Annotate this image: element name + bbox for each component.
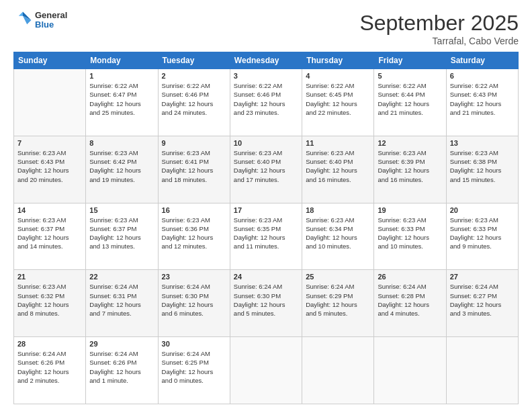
table-row: 4Sunrise: 6:22 AMSunset: 6:45 PMDaylight… [302,69,374,136]
page: General Blue September 2025 Tarrafal, Ca… [0,0,532,411]
day-info: Sunrise: 6:22 AMSunset: 6:46 PMDaylight:… [162,81,226,117]
day-number: 22 [89,273,154,281]
table-row: 17Sunrise: 6:23 AMSunset: 6:35 PMDayligh… [230,203,302,270]
day-number: 20 [450,206,515,214]
day-number: 28 [17,340,82,348]
logo-text: General Blue [35,11,67,30]
day-info: Sunrise: 6:23 AMSunset: 6:39 PMDaylight:… [378,148,442,184]
table-row: 19Sunrise: 6:23 AMSunset: 6:33 PMDayligh… [374,203,446,270]
table-row: 15Sunrise: 6:23 AMSunset: 6:37 PMDayligh… [86,203,158,270]
day-number: 13 [450,139,515,147]
day-number: 25 [306,273,370,281]
day-info: Sunrise: 6:24 AMSunset: 6:29 PMDaylight:… [306,282,370,318]
table-row: 22Sunrise: 6:24 AMSunset: 6:31 PMDayligh… [86,270,158,337]
table-row: 14Sunrise: 6:23 AMSunset: 6:37 PMDayligh… [14,203,86,270]
day-info: Sunrise: 6:24 AMSunset: 6:27 PMDaylight:… [450,282,515,318]
day-number: 16 [162,206,226,214]
table-row: 10Sunrise: 6:23 AMSunset: 6:40 PMDayligh… [230,136,302,203]
col-saturday: Saturday [446,52,518,69]
calendar-week-row: 1Sunrise: 6:22 AMSunset: 6:47 PMDaylight… [14,69,519,136]
day-number: 5 [378,72,442,80]
day-info: Sunrise: 6:24 AMSunset: 6:28 PMDaylight:… [378,282,442,318]
table-row: 7Sunrise: 6:23 AMSunset: 6:43 PMDaylight… [14,136,86,203]
calendar-week-row: 21Sunrise: 6:23 AMSunset: 6:32 PMDayligh… [14,270,519,337]
col-sunday: Sunday [14,52,86,69]
day-number: 23 [162,273,226,281]
day-info: Sunrise: 6:23 AMSunset: 6:33 PMDaylight:… [378,216,442,251]
table-row: 29Sunrise: 6:24 AMSunset: 6:26 PMDayligh… [86,337,158,404]
table-row: 1Sunrise: 6:22 AMSunset: 6:47 PMDaylight… [86,69,158,136]
table-row: 20Sunrise: 6:23 AMSunset: 6:33 PMDayligh… [446,203,518,270]
table-row [230,337,302,404]
table-row [446,337,518,404]
day-number: 21 [17,273,82,281]
calendar-week-row: 14Sunrise: 6:23 AMSunset: 6:37 PMDayligh… [14,203,519,270]
table-row [14,69,86,136]
calendar-week-row: 7Sunrise: 6:23 AMSunset: 6:43 PMDaylight… [14,136,519,203]
table-row: 23Sunrise: 6:24 AMSunset: 6:30 PMDayligh… [158,270,230,337]
table-row: 6Sunrise: 6:22 AMSunset: 6:43 PMDaylight… [446,69,518,136]
logo: General Blue [13,11,67,30]
day-info: Sunrise: 6:23 AMSunset: 6:37 PMDaylight:… [17,216,82,251]
day-info: Sunrise: 6:24 AMSunset: 6:30 PMDaylight:… [234,282,298,318]
table-row: 13Sunrise: 6:23 AMSunset: 6:38 PMDayligh… [446,136,518,203]
day-number: 24 [234,273,298,281]
table-row: 27Sunrise: 6:24 AMSunset: 6:27 PMDayligh… [446,270,518,337]
table-row [302,337,374,404]
table-row: 11Sunrise: 6:23 AMSunset: 6:40 PMDayligh… [302,136,374,203]
day-info: Sunrise: 6:23 AMSunset: 6:34 PMDaylight:… [306,216,370,251]
day-number: 17 [234,206,298,214]
calendar-header-row: Sunday Monday Tuesday Wednesday Thursday… [14,52,519,69]
day-info: Sunrise: 6:23 AMSunset: 6:33 PMDaylight:… [450,216,515,251]
calendar-title: September 2025 [359,11,519,36]
table-row: 12Sunrise: 6:23 AMSunset: 6:39 PMDayligh… [374,136,446,203]
day-number: 9 [162,139,226,147]
table-row: 8Sunrise: 6:23 AMSunset: 6:42 PMDaylight… [86,136,158,203]
table-row [374,337,446,404]
day-info: Sunrise: 6:23 AMSunset: 6:41 PMDaylight:… [162,148,226,184]
day-number: 19 [378,206,442,214]
header: General Blue September 2025 Tarrafal, Ca… [13,11,519,46]
day-number: 1 [89,72,154,80]
table-row: 30Sunrise: 6:24 AMSunset: 6:25 PMDayligh… [158,337,230,404]
day-info: Sunrise: 6:24 AMSunset: 6:26 PMDaylight:… [17,349,82,385]
day-info: Sunrise: 6:23 AMSunset: 6:35 PMDaylight:… [234,216,298,251]
day-number: 11 [306,139,370,147]
table-row: 28Sunrise: 6:24 AMSunset: 6:26 PMDayligh… [14,337,86,404]
calendar-subtitle: Tarrafal, Cabo Verde [359,36,519,46]
table-row: 25Sunrise: 6:24 AMSunset: 6:29 PMDayligh… [302,270,374,337]
day-number: 4 [306,72,370,80]
day-number: 14 [17,206,82,214]
day-info: Sunrise: 6:23 AMSunset: 6:43 PMDaylight:… [17,148,82,184]
title-block: September 2025 Tarrafal, Cabo Verde [359,11,519,46]
day-number: 18 [306,206,370,214]
day-info: Sunrise: 6:24 AMSunset: 6:30 PMDaylight:… [162,282,226,318]
logo-general-text: General [35,11,67,20]
logo-blue-text: Blue [35,20,67,30]
col-monday: Monday [86,52,158,69]
day-number: 10 [234,139,298,147]
calendar-week-row: 28Sunrise: 6:24 AMSunset: 6:26 PMDayligh… [14,337,519,404]
day-info: Sunrise: 6:23 AMSunset: 6:42 PMDaylight:… [89,148,154,184]
day-number: 6 [450,72,515,80]
day-info: Sunrise: 6:23 AMSunset: 6:38 PMDaylight:… [450,148,515,184]
calendar-table: Sunday Monday Tuesday Wednesday Thursday… [13,52,519,404]
day-number: 27 [450,273,515,281]
col-thursday: Thursday [302,52,374,69]
day-info: Sunrise: 6:22 AMSunset: 6:43 PMDaylight:… [450,81,515,117]
day-info: Sunrise: 6:22 AMSunset: 6:44 PMDaylight:… [378,81,442,117]
day-info: Sunrise: 6:24 AMSunset: 6:25 PMDaylight:… [162,349,226,385]
day-number: 26 [378,273,442,281]
table-row: 16Sunrise: 6:23 AMSunset: 6:36 PMDayligh… [158,203,230,270]
col-wednesday: Wednesday [230,52,302,69]
table-row: 18Sunrise: 6:23 AMSunset: 6:34 PMDayligh… [302,203,374,270]
day-number: 2 [162,72,226,80]
table-row: 24Sunrise: 6:24 AMSunset: 6:30 PMDayligh… [230,270,302,337]
day-info: Sunrise: 6:24 AMSunset: 6:31 PMDaylight:… [89,282,154,318]
col-friday: Friday [374,52,446,69]
day-number: 30 [162,340,226,348]
day-number: 7 [17,139,82,147]
day-info: Sunrise: 6:23 AMSunset: 6:40 PMDaylight:… [234,148,298,184]
table-row: 21Sunrise: 6:23 AMSunset: 6:32 PMDayligh… [14,270,86,337]
table-row: 26Sunrise: 6:24 AMSunset: 6:28 PMDayligh… [374,270,446,337]
